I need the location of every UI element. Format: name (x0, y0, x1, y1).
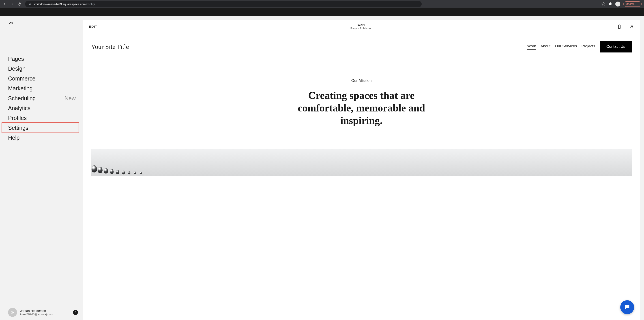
url-path: /config/ (86, 3, 95, 6)
sidebar: Pages Design Commerce Marketing Scheduli… (0, 16, 83, 320)
nav-label: Design (8, 66, 26, 72)
hero-image (91, 149, 632, 176)
open-external-icon[interactable] (629, 25, 634, 29)
nav-label: Marketing (8, 85, 33, 92)
site-preview: Your Site Title Work About Our Services … (83, 33, 640, 320)
back-button[interactable] (2, 2, 7, 6)
preview-stage: EDIT Work Page · Published Your Site Tit (83, 20, 640, 320)
page-indicator: Work Page · Published (350, 23, 372, 30)
contact-cta-button[interactable]: Contact Us (600, 41, 632, 53)
nav-label: Analytics (8, 105, 30, 111)
nav-commerce[interactable]: Commerce (8, 74, 79, 83)
lock-icon (28, 3, 31, 6)
nav-label: Pages (8, 56, 24, 62)
notification-count[interactable]: 3 (73, 310, 78, 315)
svg-rect-3 (626, 307, 628, 307)
nav-label: Help (8, 134, 20, 141)
nav-label: Profiles (8, 115, 27, 121)
chat-fab[interactable] (620, 300, 634, 314)
site-nav-services[interactable]: Our Services (555, 44, 577, 49)
url-text: smilodon-wrasse-bat3.squarespace.com/con… (33, 3, 95, 6)
nav-analytics[interactable]: Analytics (8, 103, 79, 113)
nav-marketing[interactable]: Marketing (8, 83, 79, 93)
main-nav: Pages Design Commerce Marketing Scheduli… (0, 54, 83, 143)
mission-label: Our Mission (96, 78, 626, 83)
new-badge: New (64, 95, 76, 102)
svg-rect-2 (626, 306, 628, 306)
site-nav: Work About Our Services Projects Contact… (527, 41, 632, 53)
nav-scheduling[interactable]: Scheduling New (8, 93, 79, 103)
bookmark-star-icon[interactable] (602, 2, 605, 7)
nav-help[interactable]: Help (8, 133, 79, 143)
user-email: tosef66745@smuvaj.com (20, 312, 53, 316)
nav-design[interactable]: Design (8, 64, 79, 74)
mission-headline: Creating spaces that are comfortable, me… (285, 89, 438, 127)
profile-avatar-icon[interactable] (615, 2, 620, 7)
page-status: Page · Published (350, 27, 372, 30)
nav-settings[interactable]: Settings (2, 123, 79, 133)
forward-button[interactable] (10, 2, 14, 6)
user-avatar[interactable]: JH (8, 308, 17, 317)
edit-button[interactable]: EDIT (89, 25, 97, 29)
squarespace-logo-icon[interactable] (0, 20, 83, 27)
nav-label: Settings (8, 125, 28, 131)
user-initials: JH (11, 311, 14, 314)
page-name: Work (350, 23, 372, 27)
nav-label: Scheduling (8, 95, 36, 102)
browser-chrome: smilodon-wrasse-bat3.squarespace.com/con… (0, 0, 644, 8)
url-host: smilodon-wrasse-bat3.squarespace.com (33, 3, 86, 6)
mobile-preview-icon[interactable] (617, 25, 622, 29)
user-block[interactable]: Jordan Henderson tosef66745@smuvaj.com (20, 309, 53, 316)
mission-section: Our Mission Creating spaces that are com… (83, 58, 640, 136)
reload-button[interactable] (18, 2, 22, 6)
nav-label: Commerce (8, 75, 36, 82)
kebab-icon: ⋮ (636, 3, 639, 6)
address-bar[interactable]: smilodon-wrasse-bat3.squarespace.com/con… (25, 1, 422, 7)
update-label: Update (626, 3, 634, 6)
site-title[interactable]: Your Site Title (91, 43, 129, 51)
site-nav-projects[interactable]: Projects (581, 44, 595, 49)
site-nav-about[interactable]: About (540, 44, 550, 49)
nav-pages[interactable]: Pages (8, 54, 79, 64)
nav-profiles[interactable]: Profiles (8, 113, 79, 123)
site-nav-work[interactable]: Work (527, 44, 536, 50)
sidebar-footer: JH Jordan Henderson tosef66745@smuvaj.co… (0, 308, 83, 317)
site-header: Your Site Title Work About Our Services … (83, 33, 640, 58)
preview-topbar: EDIT Work Page · Published (83, 20, 640, 33)
browser-update-pill[interactable]: Update ⋮ (624, 1, 642, 7)
extensions-icon[interactable] (608, 2, 612, 7)
tab-strip (0, 8, 644, 16)
user-name: Jordan Henderson (20, 309, 53, 312)
